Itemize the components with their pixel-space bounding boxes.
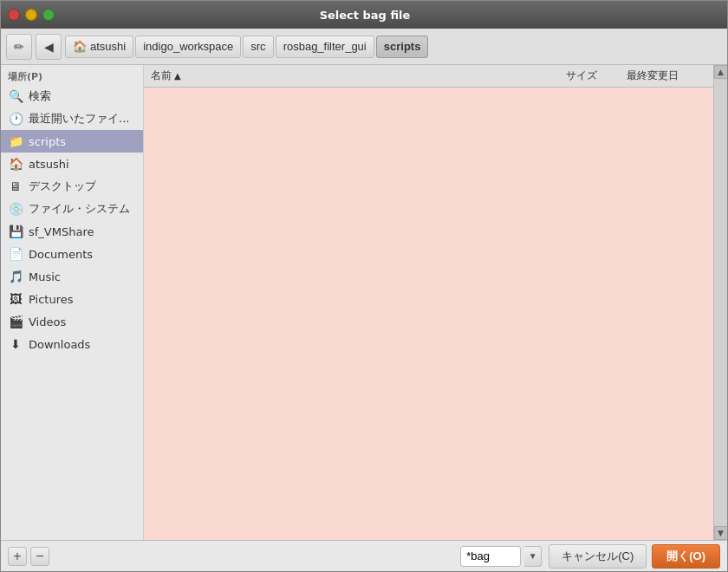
- sidebar-icon-desktop: 🖥: [8, 179, 23, 194]
- column-name-label: 名前: [151, 68, 172, 83]
- sidebar-icon-filesystem: 💿: [8, 201, 23, 217]
- sidebar-item-documents[interactable]: 📄Documents: [1, 243, 143, 265]
- breadcrumb-item-atsushi[interactable]: 🏠atsushi: [65, 36, 133, 58]
- sidebar-icon-downloads: ⬇: [8, 336, 23, 352]
- sidebar-label-atsushi: atsushi: [29, 158, 69, 171]
- sidebar-icon-pictures: 🖼: [8, 291, 23, 307]
- window-controls: [8, 9, 55, 21]
- sidebar-item-videos[interactable]: 🎬Videos: [1, 310, 143, 333]
- breadcrumb-item-rosbag_filter_gui[interactable]: rosbag_filter_gui: [276, 36, 374, 58]
- sidebar-label-vmshare: sf_VMShare: [29, 225, 94, 238]
- filter-box: ▼: [460, 546, 542, 567]
- breadcrumb-item-src[interactable]: src: [243, 36, 273, 58]
- sidebar-controls: + −: [8, 547, 49, 566]
- column-date: 最終変更日: [623, 68, 710, 83]
- add-location-button[interactable]: +: [8, 547, 27, 566]
- sidebar-item-scripts[interactable]: 📁scripts: [1, 130, 143, 153]
- bottom-bar: + − ▼ キャンセル(C) 開く(O): [1, 540, 727, 571]
- sidebar-item-recent[interactable]: 🕐最近開いたファイ...: [1, 107, 143, 130]
- sidebar-label-scripts: scripts: [29, 135, 66, 148]
- file-list-header: 名前 ▲ サイズ 最終変更日: [144, 65, 713, 88]
- titlebar: Select bag file: [1, 1, 727, 29]
- back-icon: ◀: [44, 40, 54, 54]
- sidebar-label-documents: Documents: [29, 248, 93, 261]
- edit-button[interactable]: ✏: [6, 34, 32, 60]
- column-date-label: 最終変更日: [627, 68, 679, 83]
- maximize-button[interactable]: [42, 9, 55, 21]
- column-size-label: サイズ: [566, 68, 597, 83]
- window-title: Select bag file: [62, 9, 668, 22]
- sidebar: 場所(P) 🔍検索🕐最近開いたファイ...📁scripts🏠atsushi🖥デス…: [1, 65, 144, 540]
- breadcrumb-item-scripts[interactable]: scripts: [376, 36, 429, 58]
- sidebar-icon-atsushi: 🏠: [8, 156, 23, 172]
- scrollbar[interactable]: ▲ ▼: [713, 65, 727, 540]
- minimize-button[interactable]: [25, 9, 37, 21]
- close-button[interactable]: [8, 9, 20, 21]
- sidebar-item-vmshare[interactable]: 💾sf_VMShare: [1, 220, 143, 243]
- breadcrumb-label-rosbag_filter_gui: rosbag_filter_gui: [283, 40, 367, 53]
- scroll-up-button[interactable]: ▲: [714, 65, 728, 79]
- sidebar-icon-vmshare: 💾: [8, 224, 23, 239]
- file-list[interactable]: [144, 88, 713, 540]
- file-area-wrapper: 名前 ▲ サイズ 最終変更日 ▲ ▼: [144, 65, 727, 540]
- remove-icon: −: [36, 549, 43, 563]
- cancel-button[interactable]: キャンセル(C): [549, 544, 647, 569]
- breadcrumb-label-scripts: scripts: [384, 40, 421, 53]
- sidebar-label-filesystem: ファイル・システム: [29, 201, 130, 217]
- filter-input[interactable]: [460, 546, 521, 567]
- sidebar-section-label: 場所(P): [1, 65, 143, 85]
- column-size: サイズ: [562, 68, 623, 83]
- sidebar-label-search: 検索: [29, 88, 51, 104]
- sidebar-label-downloads: Downloads: [29, 338, 90, 351]
- sidebar-icon-search: 🔍: [8, 88, 23, 104]
- sidebar-item-atsushi[interactable]: 🏠atsushi: [1, 153, 143, 175]
- filter-dropdown-button[interactable]: ▼: [524, 546, 542, 567]
- sidebar-icon-recent: 🕐: [8, 111, 23, 127]
- breadcrumb-label-atsushi: atsushi: [90, 40, 126, 53]
- sidebar-icon-scripts: 📁: [8, 133, 23, 149]
- sidebar-icon-documents: 📄: [8, 246, 23, 262]
- open-button[interactable]: 開く(O): [652, 544, 720, 569]
- breadcrumb-label-indigo_workspace: indigo_workspace: [143, 40, 233, 53]
- breadcrumb-label-src: src: [250, 40, 265, 53]
- back-button[interactable]: ◀: [36, 34, 62, 60]
- file-area: 名前 ▲ サイズ 最終変更日: [144, 65, 713, 540]
- sidebar-item-desktop[interactable]: 🖥デスクトップ: [1, 175, 143, 198]
- breadcrumb-bar: 🏠atsushiindigo_workspacesrcrosbag_filter…: [65, 36, 722, 58]
- sidebar-icon-videos: 🎬: [8, 314, 23, 329]
- remove-location-button[interactable]: −: [30, 547, 49, 566]
- sidebar-item-pictures[interactable]: 🖼Pictures: [1, 288, 143, 310]
- toolbar: ✏ ◀ 🏠atsushiindigo_workspacesrcrosbag_fi…: [1, 29, 727, 65]
- sidebar-item-filesystem[interactable]: 💿ファイル・システム: [1, 198, 143, 220]
- sidebar-label-desktop: デスクトップ: [29, 179, 96, 194]
- add-icon: +: [13, 549, 21, 563]
- scroll-down-button[interactable]: ▼: [714, 526, 728, 540]
- edit-icon: ✏: [14, 40, 24, 54]
- column-name: 名前 ▲: [147, 68, 562, 83]
- breadcrumb-icon-atsushi: 🏠: [73, 40, 87, 53]
- sidebar-icon-music: 🎵: [8, 269, 23, 284]
- sort-icon: ▲: [174, 71, 181, 81]
- main-window: Select bag file ✏ ◀ 🏠atsushiindigo_works…: [0, 0, 728, 572]
- sidebar-item-search[interactable]: 🔍検索: [1, 85, 143, 107]
- action-buttons: キャンセル(C) 開く(O): [549, 544, 720, 569]
- breadcrumb-item-indigo_workspace[interactable]: indigo_workspace: [135, 36, 241, 58]
- sidebar-label-pictures: Pictures: [29, 293, 73, 306]
- sidebar-label-recent: 最近開いたファイ...: [29, 111, 129, 127]
- sidebar-item-music[interactable]: 🎵Music: [1, 265, 143, 288]
- sidebar-item-downloads[interactable]: ⬇Downloads: [1, 333, 143, 355]
- sidebar-label-videos: Videos: [29, 315, 66, 328]
- sidebar-label-music: Music: [29, 270, 61, 283]
- main-content: 場所(P) 🔍検索🕐最近開いたファイ...📁scripts🏠atsushi🖥デス…: [1, 65, 727, 540]
